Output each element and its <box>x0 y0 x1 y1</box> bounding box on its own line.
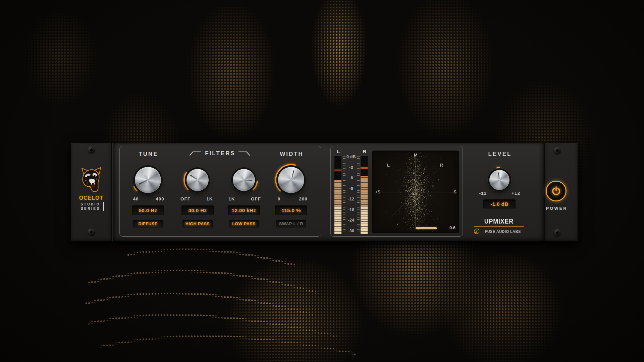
power-button[interactable] <box>546 181 567 201</box>
meter-left-label: L <box>332 148 345 154</box>
knob-cap <box>278 167 304 193</box>
meter-scale-label: -6 <box>339 176 363 180</box>
filters-title: FILTERS <box>184 150 255 157</box>
highpass-max-label: 1K <box>200 196 220 201</box>
company-logo-row: FUSE AUDIO LABS <box>465 228 532 234</box>
knob-pointer <box>190 175 197 180</box>
power-label: POWER <box>539 206 573 211</box>
logo-series: SERIES <box>75 207 104 210</box>
meter-scale-label: -12 <box>339 197 363 201</box>
level-title: LEVEL <box>473 151 526 158</box>
width-knob[interactable] <box>275 164 307 196</box>
company-name: FUSE AUDIO LABS <box>482 229 524 234</box>
right-bracket-icon <box>238 151 250 156</box>
meter-scale-label: -3 <box>339 165 363 170</box>
knob-cap <box>186 169 209 191</box>
knob-pointer <box>497 172 500 179</box>
meter-scale-label: -30 <box>339 229 363 233</box>
highpass-value-display[interactable]: 40.0 Hz <box>181 205 214 216</box>
brand-divider <box>474 226 524 227</box>
gonio-plus-s-label: +S <box>375 189 380 194</box>
knob-cap <box>489 170 509 190</box>
ocelot-head-logo-icon <box>80 167 102 194</box>
meter-scale-label: -9 <box>339 186 363 191</box>
gonio-left-label: L <box>387 163 390 168</box>
tune-value-display[interactable]: 50.0 Hz <box>132 205 164 216</box>
lowpass-value-display[interactable]: 12.00 kHz <box>228 205 260 216</box>
lowpass-min-label: 1K <box>222 196 242 201</box>
width-title: WIDTH <box>264 151 318 158</box>
knob-pointer <box>139 180 147 185</box>
knob-cap <box>233 169 255 191</box>
knob-pointer <box>291 170 294 179</box>
swap-lr-button[interactable]: SWAP L / R <box>276 220 306 228</box>
left-bracket-icon <box>189 151 201 156</box>
logo-word: OCELOT <box>73 195 110 201</box>
goniometer-display: M L R +S -S 0.6 <box>372 151 459 233</box>
gonio-right-label: R <box>440 163 443 168</box>
gonio-mid-label: M <box>414 153 418 158</box>
logo-divider <box>103 202 104 211</box>
lowpass-knob[interactable] <box>230 166 258 194</box>
tune-title: TUNE <box>121 151 175 158</box>
width-min-label: 0 <box>269 196 289 201</box>
correlation-bar <box>416 227 437 229</box>
plugin-rack: OCELOT STUDIO SERIES TUNE 40 400 50.0 Hz… <box>71 143 578 242</box>
fuse-audio-labs-icon <box>474 228 480 234</box>
logo-studio: STUDIO <box>75 202 104 206</box>
product-name: UPMIXER <box>472 217 526 225</box>
level-max-label: +12 <box>506 191 526 196</box>
highpass-min-label: OFF <box>175 196 196 201</box>
meter-right-label: R <box>358 148 371 154</box>
highpass-knob[interactable] <box>183 166 212 194</box>
meter-scale-label: -18 <box>339 207 363 212</box>
gonio-minus-s-label: -S <box>452 189 457 194</box>
stereo-scatter <box>372 151 459 233</box>
filters-title-text: FILTERS <box>204 150 235 157</box>
level-knob[interactable] <box>486 167 513 193</box>
diffuse-button[interactable]: DIFFUSE <box>133 220 163 228</box>
tune-max-label: 400 <box>150 196 170 201</box>
width-max-label: 200 <box>293 196 313 201</box>
meter-scale-label: 0 dB <box>339 155 363 159</box>
meter-scale: 0 dB-3-6-9-12-18-24-30 <box>339 156 363 234</box>
width-value-display[interactable]: 115.0 % <box>275 205 307 216</box>
level-value-display[interactable]: -1.0 dB <box>483 199 516 209</box>
meter-scale-label: -24 <box>339 218 363 223</box>
highpass-button[interactable]: HIGH PASS <box>182 220 213 228</box>
correlation-value: 0.6 <box>449 225 455 230</box>
tune-min-label: 40 <box>126 196 146 201</box>
lowpass-max-label: OFF <box>246 196 266 201</box>
lowpass-button[interactable]: LOW PASS <box>229 220 259 228</box>
knob-pointer <box>245 180 253 181</box>
screw-icon <box>554 147 561 154</box>
power-icon <box>550 185 562 197</box>
screw-icon <box>88 146 95 154</box>
tune-knob[interactable] <box>132 164 164 196</box>
knob-cap <box>135 167 161 193</box>
level-min-label: -12 <box>473 191 493 196</box>
screw-icon <box>554 229 561 236</box>
left-end-cap: OCELOT STUDIO SERIES <box>71 143 112 242</box>
screw-icon <box>88 229 95 236</box>
